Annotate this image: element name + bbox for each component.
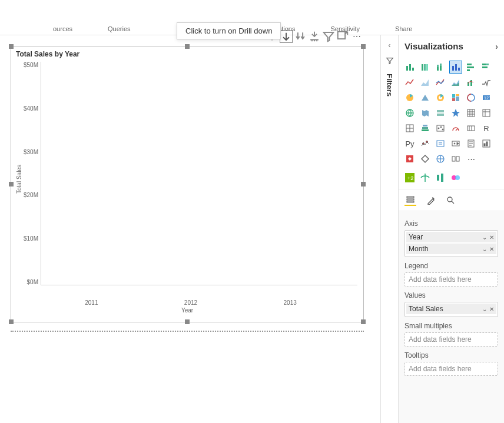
resize-handle[interactable] (185, 44, 190, 49)
remove-field-icon[interactable]: ✕ (489, 246, 494, 252)
field-chip-month[interactable]: Month ⌄✕ (406, 244, 496, 254)
resize-handle[interactable] (185, 319, 190, 324)
resize-handle[interactable] (361, 182, 366, 186)
expand-filters-icon[interactable]: ‹ (389, 41, 391, 49)
viz-type-icon[interactable] (465, 137, 478, 150)
viz-type-icon[interactable] (403, 91, 416, 104)
well-label-values: Values (404, 291, 498, 299)
drill-down-icon[interactable] (280, 30, 293, 43)
resize-handle[interactable] (9, 44, 14, 49)
svg-point-48 (454, 143, 455, 144)
viz-type-icon[interactable] (480, 137, 493, 150)
more-options-icon[interactable]: ⋯ (350, 30, 363, 43)
resize-handle[interactable] (9, 182, 14, 186)
svg-rect-52 (486, 142, 488, 146)
viz-type-icon[interactable] (419, 61, 432, 74)
viz-type-icon[interactable] (434, 76, 447, 89)
viz-type-icon[interactable]: ⋯ (465, 152, 478, 165)
svg-rect-9 (440, 66, 442, 71)
field-chip-total-sales[interactable]: Total Sales ⌄✕ (406, 304, 496, 314)
viz-type-icon[interactable] (419, 122, 432, 135)
svg-rect-65 (407, 201, 414, 202)
remove-field-icon[interactable]: ✕ (489, 234, 494, 241)
well-label-small-multiples: Small multiples (404, 322, 498, 330)
viz-type-icon[interactable] (403, 106, 416, 119)
svg-rect-26 (456, 94, 459, 96)
small-multiples-well[interactable]: Add data fields here (404, 332, 498, 347)
remove-field-icon[interactable]: ✕ (489, 306, 494, 312)
viz-type-icon[interactable] (480, 61, 493, 74)
viz-type-icon[interactable] (480, 106, 493, 119)
legend-well[interactable]: Add data fields here (404, 272, 498, 287)
ribbon-group-queries[interactable]: Queries (90, 23, 148, 35)
svg-rect-55 (452, 156, 455, 161)
viz-type-icon[interactable] (403, 152, 416, 165)
filters-pane-collapsed[interactable]: ‹ Filters (380, 35, 398, 423)
resize-handle[interactable] (361, 44, 366, 49)
tab-format[interactable] (425, 194, 436, 206)
viz-type-icon[interactable] (465, 61, 478, 74)
viz-type-icon[interactable] (465, 122, 478, 135)
viz-type-icon[interactable] (449, 76, 462, 89)
viz-type-icon[interactable] (449, 137, 462, 150)
viz-type-icon[interactable] (465, 76, 478, 89)
viz-type-icon[interactable]: R (480, 122, 493, 135)
custom-visual-2[interactable] (419, 171, 432, 184)
tooltips-well[interactable]: Add data fields here (404, 362, 498, 376)
collapse-viz-icon[interactable]: › (495, 42, 498, 51)
custom-visual-4[interactable] (449, 171, 462, 184)
report-canvas[interactable]: ⋯ Total Sales by Year Total Sales $50M $… (0, 35, 380, 423)
values-well[interactable]: Total Sales ⌄✕ (404, 302, 498, 317)
viz-type-icon[interactable] (434, 61, 447, 74)
filter-icon[interactable] (322, 30, 335, 43)
expand-next-level-icon[interactable] (294, 30, 307, 43)
chart-plot-area[interactable] (41, 62, 357, 285)
viz-type-icon[interactable] (449, 122, 462, 135)
viz-type-icon[interactable] (449, 61, 462, 74)
chevron-down-icon[interactable]: ⌄ (482, 234, 487, 241)
focus-mode-icon[interactable] (336, 30, 349, 43)
viz-type-icon[interactable] (434, 137, 447, 150)
viz-type-icon[interactable]: Py (403, 137, 416, 150)
chevron-down-icon[interactable]: ⌄ (482, 246, 487, 252)
svg-rect-0 (338, 32, 345, 39)
filters-funnel-icon[interactable] (386, 56, 394, 66)
tab-fields[interactable] (404, 194, 416, 206)
resize-handle[interactable] (361, 319, 366, 324)
chevron-down-icon[interactable]: ⌄ (482, 306, 487, 312)
viz-type-icon[interactable] (403, 76, 416, 89)
axis-well[interactable]: Year ⌄✕ Month ⌄✕ (404, 230, 498, 257)
expand-all-icon[interactable] (308, 30, 321, 43)
viz-type-icon[interactable] (480, 76, 493, 89)
tab-analytics[interactable] (445, 194, 456, 206)
svg-point-62 (455, 175, 460, 180)
viz-type-icon[interactable] (434, 106, 447, 119)
svg-rect-3 (412, 68, 414, 71)
viz-type-icon[interactable] (419, 106, 432, 119)
viz-type-icon[interactable] (434, 152, 447, 165)
viz-type-icon[interactable] (449, 106, 462, 119)
viz-type-icon[interactable] (449, 91, 462, 104)
custom-visual-1[interactable]: +2 (403, 171, 416, 184)
viz-type-icon[interactable] (434, 122, 447, 135)
viz-type-icon[interactable] (449, 152, 462, 165)
custom-visual-3[interactable] (434, 171, 447, 184)
viz-type-icon[interactable]: 123 (480, 91, 493, 104)
viz-type-icon[interactable] (419, 152, 432, 165)
y-axis-ticks: $50M $40M $30M $20M $10M $0M (24, 62, 41, 285)
viz-type-icon[interactable] (419, 91, 432, 104)
svg-rect-14 (467, 64, 472, 65)
resize-handle[interactable] (9, 319, 14, 324)
viz-type-icon[interactable] (434, 91, 447, 104)
viz-type-icon[interactable] (403, 61, 416, 74)
ribbon-group-share[interactable]: Share (377, 23, 430, 35)
viz-type-icon[interactable] (465, 91, 478, 104)
chart-visual[interactable]: ⋯ Total Sales by Year Total Sales $50M $… (11, 46, 364, 322)
viz-type-icon[interactable] (419, 137, 432, 150)
viz-type-icon[interactable] (403, 122, 416, 135)
viz-type-icon[interactable] (465, 106, 478, 119)
svg-rect-27 (456, 96, 459, 101)
ribbon-group-sources[interactable]: ources (35, 23, 90, 35)
viz-type-icon[interactable] (419, 76, 432, 89)
field-chip-year[interactable]: Year ⌄✕ (406, 232, 496, 242)
